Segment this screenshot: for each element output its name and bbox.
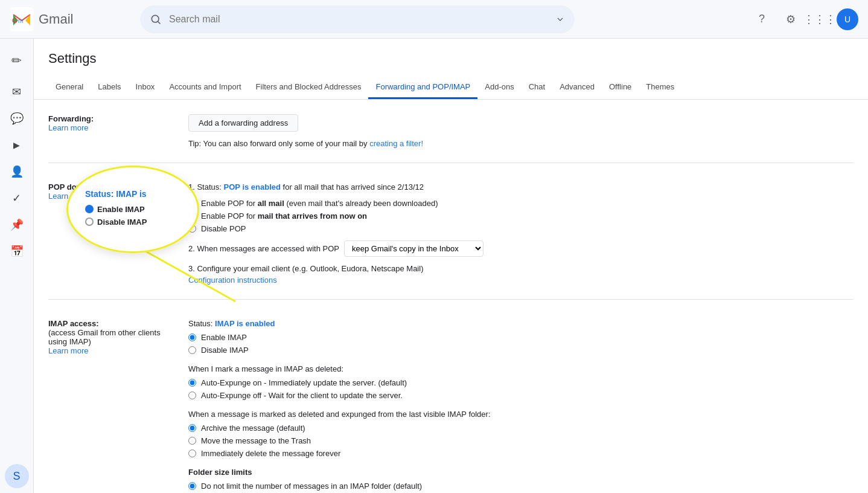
tab-forwarding[interactable]: Forwarding and POP/IMAP [368, 76, 477, 99]
svg-text:m: m [18, 18, 23, 24]
help-icon[interactable]: ? [750, 7, 774, 31]
callout-radio-empty [85, 218, 94, 226]
imap-radio-archive[interactable] [188, 424, 196, 432]
imap-radio-disable[interactable] [188, 346, 196, 354]
compose-icon[interactable]: ✏ [5, 44, 29, 77]
tab-accounts[interactable]: Accounts and Import [162, 76, 248, 99]
videocam-icon[interactable]: ▶ [5, 133, 29, 157]
imap-radio-autoexpunge-on[interactable] [188, 379, 196, 387]
sidebar-icons: ✏ ✉ 💬 ▶ 👤 ✓ 📌 📅 S [0, 39, 34, 493]
tabs-nav: General Labels Inbox Accounts and Import… [48, 76, 854, 99]
settings-icon[interactable]: ⚙ [779, 7, 803, 31]
imap-trash-option[interactable]: Move the message to the Trash [188, 436, 854, 445]
pop-option-from-now[interactable]: Enable POP for mail that arrives from no… [188, 211, 854, 221]
tasks-icon[interactable]: ✓ [5, 186, 29, 210]
imap-sublabel: (access Gmail from other clients using I… [48, 328, 169, 346]
imap-enable-group: Enable IMAP Disable IMAP [188, 333, 854, 355]
forwarding-content: Add a forwarding address Tip: You can al… [188, 114, 854, 148]
search-input[interactable] [169, 14, 548, 25]
tab-general[interactable]: General [48, 76, 91, 99]
search-icon [150, 13, 162, 25]
search-dropdown-icon[interactable] [555, 14, 565, 24]
contacts-icon[interactable]: 👤 [5, 160, 29, 184]
tab-filters[interactable]: Filters and Blocked Addresses [249, 76, 369, 99]
settings-header: Settings General Labels Inbox Accounts a… [34, 39, 868, 100]
imap-deleted-title: When I mark a message in IMAP as deleted… [188, 364, 854, 373]
tab-chat[interactable]: Chat [522, 76, 552, 99]
svg-text:G: G [12, 17, 18, 24]
imap-radio-trash[interactable] [188, 437, 196, 445]
apps-icon[interactable]: ⋮⋮⋮ [808, 7, 832, 31]
folder-no-limit-label: Do not limit the number of messages in a… [201, 482, 422, 491]
folder-radio-no-limit[interactable] [188, 482, 196, 490]
when-messages-select[interactable]: keep Gmail's copy in the Inbox archive G… [344, 240, 483, 257]
imap-radio-enable[interactable] [188, 334, 196, 341]
imap-section: IMAP access: (access Gmail from other cl… [48, 319, 854, 493]
tab-labels[interactable]: Labels [91, 76, 128, 99]
gmail-logo-icon: G m [10, 7, 34, 31]
callout-radio-filled [85, 205, 94, 213]
settings-title: Settings [48, 51, 854, 66]
forwarding-tip: Tip: You can also forward only some of y… [188, 139, 854, 148]
callout-overlay: Status: IMAP is Enable IMAP Disable IMAP [66, 166, 199, 253]
forwarding-title: Forwarding: [48, 114, 169, 123]
imap-trash-label: Move the message to the Trash [201, 436, 311, 445]
tab-addons[interactable]: Add-ons [477, 76, 521, 99]
pop-status-prefix: 1. Status: [188, 182, 224, 192]
forwarding-learn-more[interactable]: Learn more [48, 123, 88, 132]
imap-learn-more[interactable]: Learn more [48, 346, 88, 355]
tab-advanced[interactable]: Advanced [552, 76, 602, 99]
imap-expunged-group: Archive the message (default) Move the m… [188, 424, 854, 458]
imap-autoexpunge-off[interactable]: Auto-Expunge off - Wait for the client t… [188, 391, 854, 400]
imap-delete-forever-option[interactable]: Immediately delete the message forever [188, 449, 854, 458]
imap-radio-delete-forever[interactable] [188, 450, 196, 457]
logo-area: G m Gmail [10, 7, 130, 31]
topbar: G m Gmail ? ⚙ ⋮⋮⋮ U [0, 0, 868, 39]
imap-disable-option[interactable]: Disable IMAP [188, 346, 854, 355]
imap-archive-option[interactable]: Archive the message (default) [188, 424, 854, 433]
imap-autoexpunge-off-label: Auto-Expunge off - Wait for the client t… [201, 391, 403, 400]
add-forwarding-button[interactable]: Add a forwarding address [188, 114, 298, 132]
avatar[interactable]: U [837, 8, 858, 30]
pop-content: 1. Status: POP is enabled for all mail t… [188, 182, 854, 285]
when-messages-row: 2. When messages are accessed with POP k… [188, 240, 854, 257]
chat-icon[interactable]: 💬 [5, 106, 29, 130]
imap-label: IMAP access: (access Gmail from other cl… [48, 319, 169, 493]
folder-limits-title: Folder size limits [188, 468, 854, 477]
folder-no-limit-option[interactable]: Do not limit the number of messages in a… [188, 482, 854, 491]
imap-expunged-section: When a message is marked as deleted and … [188, 410, 854, 458]
svg-line-7 [133, 244, 235, 301]
imap-deleted-group: Auto-Expunge on - Immediately update the… [188, 378, 854, 400]
imap-enable-label: Enable IMAP [201, 333, 247, 342]
pop-option-all-mail[interactable]: Enable POP for all mail (even mail that'… [188, 199, 854, 208]
imap-status-prefix: Status: [188, 319, 215, 328]
imap-autoexpunge-on-label: Auto-Expunge on - Immediately update the… [201, 378, 407, 387]
tab-inbox[interactable]: Inbox [129, 76, 162, 99]
forwarding-section: Forwarding: Learn more Add a forwarding … [48, 114, 854, 163]
signup-icon[interactable]: S [5, 464, 29, 488]
imap-archive-label: Archive the message (default) [201, 424, 305, 433]
configure-suffix: (e.g. Outlook, Eudora, Netscape Mail) [290, 264, 423, 273]
imap-expunged-title: When a message is marked as deleted and … [188, 410, 854, 419]
pop-option-disable[interactable]: Disable POP [188, 224, 854, 233]
imap-status-value: IMAP is enabled [215, 319, 275, 328]
callout-status: Status: IMAP is [85, 189, 180, 199]
imap-enable-option[interactable]: Enable IMAP [188, 333, 854, 342]
folder-limits-section: Folder size limits Do not limit the numb… [188, 468, 854, 493]
tip-text-prefix: Tip: You can also forward only some of y… [188, 139, 368, 148]
search-bar[interactable] [140, 5, 575, 33]
tab-themes[interactable]: Themes [639, 76, 681, 99]
keep-icon[interactable]: 📌 [5, 213, 29, 237]
calendar-icon[interactable]: 📅 [5, 239, 29, 263]
tab-offline[interactable]: Offline [602, 76, 639, 99]
creating-filter-link[interactable]: creating a filter! [369, 139, 423, 148]
svg-point-5 [152, 15, 159, 22]
forwarding-label: Forwarding: Learn more [48, 114, 169, 148]
imap-title: IMAP access: [48, 319, 169, 328]
callout-connector-line [133, 244, 241, 304]
pop-disable-label: Disable POP [201, 224, 246, 233]
imap-autoexpunge-on[interactable]: Auto-Expunge on - Immediately update the… [188, 378, 854, 387]
imap-disable-label: Disable IMAP [201, 346, 249, 355]
imap-radio-autoexpunge-off[interactable] [188, 392, 196, 399]
mail-icon[interactable]: ✉ [5, 80, 29, 104]
